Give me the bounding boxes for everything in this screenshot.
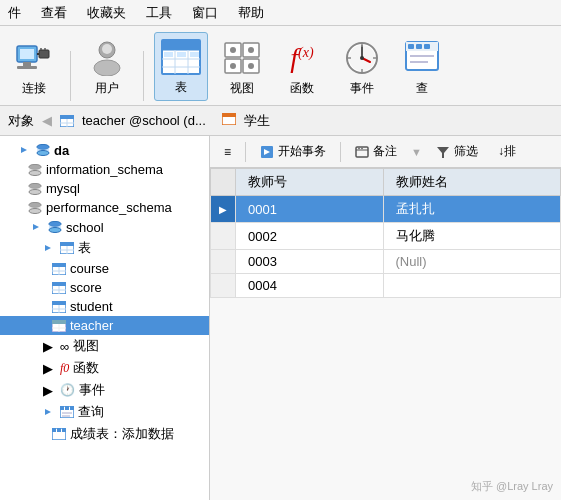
tables-expand-icon (40, 240, 56, 256)
backup-button[interactable]: 备注 (347, 140, 405, 163)
table-row[interactable]: ▶ 0001 孟扎扎 (211, 196, 561, 223)
cell-id-1[interactable]: 0001 (236, 196, 384, 223)
sidebar-item-mysql[interactable]: mysql (0, 179, 209, 198)
information-schema-label: information_schema (46, 162, 163, 177)
svg-point-71 (49, 228, 61, 233)
course-label: course (70, 261, 109, 276)
sidebar-item-information-schema[interactable]: information_schema (0, 160, 209, 179)
sidebar-item-score[interactable]: score (0, 278, 209, 297)
menu-window[interactable]: 窗口 (188, 2, 222, 24)
sidebar-item-views[interactable]: ▶ ∞ 视图 (0, 335, 209, 357)
queries-icon (60, 406, 74, 418)
menu-favorites[interactable]: 收藏夹 (83, 2, 130, 24)
menu-bar: 件 查看 收藏夹 工具 窗口 帮助 (0, 0, 561, 26)
sidebar-item-functions[interactable]: ▶ f0 函数 (0, 357, 209, 379)
filter-icon (436, 145, 450, 159)
svg-rect-50 (222, 113, 236, 117)
score-report-label: 成绩表：添加数据 (70, 425, 174, 443)
svg-rect-43 (416, 44, 422, 49)
performance-schema-icon (28, 201, 42, 215)
tab-student[interactable]: 学生 (244, 112, 270, 130)
svg-point-62 (29, 189, 41, 194)
queries-expand-icon (40, 404, 56, 420)
toolbar-user[interactable]: 用户 (81, 34, 133, 101)
watermark: 知乎 @Lray Lray (471, 479, 553, 494)
school-expand-icon (28, 219, 44, 235)
col-header-name: 教师姓名 (383, 169, 560, 196)
svg-rect-103 (57, 428, 61, 432)
sidebar-item-school[interactable]: school (0, 217, 209, 237)
backup-label: 备注 (373, 143, 397, 160)
sidebar-item-events[interactable]: ▶ 🕐 事件 (0, 379, 209, 401)
cell-name-4[interactable] (383, 274, 560, 298)
cell-id-2[interactable]: 0002 (236, 223, 384, 250)
data-table: 教师号 教师姓名 ▶ 0001 孟扎扎 0002 马化腾 (210, 168, 561, 500)
transaction-button[interactable]: 开始事务 (252, 140, 334, 163)
queries-label: 查询 (78, 403, 104, 421)
views-label: 视图 (73, 337, 99, 355)
svg-rect-97 (65, 406, 69, 410)
svg-point-109 (358, 147, 360, 149)
svg-point-66 (29, 208, 41, 213)
toolbar-view[interactable]: 视图 (216, 34, 268, 101)
toolbar-query[interactable]: 查 (396, 34, 448, 101)
student-label: student (70, 299, 113, 314)
svg-rect-1 (20, 49, 34, 59)
cell-name-3[interactable]: (Null) (383, 250, 560, 274)
tables-group-icon (60, 242, 74, 254)
events-label: 事件 (79, 381, 105, 399)
cell-name-1[interactable]: 孟扎扎 (383, 196, 560, 223)
menu-tools[interactable]: 工具 (142, 2, 176, 24)
school-db-icon (48, 220, 62, 234)
sidebar-item-student[interactable]: student (0, 297, 209, 316)
functions-expand-icon: ▶ (40, 360, 56, 376)
mysql-icon (28, 182, 42, 196)
cell-id-4[interactable]: 0004 (236, 274, 384, 298)
toolbar-event[interactable]: 事件 (336, 34, 388, 101)
da-expand-icon (16, 142, 32, 158)
svg-point-63 (29, 183, 41, 188)
menu-view[interactable]: 查看 (37, 2, 71, 24)
toolbar-function[interactable]: f(x) 函数 (276, 34, 328, 101)
toolbar-divider-ct1 (245, 142, 246, 162)
svg-point-9 (102, 44, 112, 54)
views-expand-icon: ▶ (40, 338, 56, 354)
object-arrow: ◀ (42, 113, 52, 128)
menu-file[interactable]: 件 (4, 2, 25, 24)
cell-id-3[interactable]: 0003 (236, 250, 384, 274)
cell-name-2[interactable]: 马化腾 (383, 223, 560, 250)
object-bar: 对象 ◀ teacher @school (d... 学生 (0, 106, 561, 136)
sidebar-item-da[interactable]: da (0, 140, 209, 160)
sidebar-item-performance-schema[interactable]: performance_schema (0, 198, 209, 217)
course-icon (52, 263, 66, 275)
null-text: (Null) (396, 254, 427, 269)
transaction-icon (260, 145, 274, 159)
svg-marker-68 (33, 224, 39, 230)
svg-marker-51 (21, 147, 27, 153)
object-label: 对象 (8, 112, 34, 130)
filter-button[interactable]: 筛选 (428, 140, 486, 163)
svg-point-54 (37, 151, 49, 156)
svg-rect-83 (52, 282, 66, 286)
sidebar-item-course[interactable]: course (0, 259, 209, 278)
tab-teacher[interactable]: teacher @school (d... (82, 113, 206, 128)
menu-button[interactable]: ≡ (216, 142, 239, 162)
svg-rect-3 (17, 66, 37, 69)
table-row[interactable]: 0004 (211, 274, 561, 298)
tab-student-icon (222, 113, 236, 128)
teacher-label: teacher (70, 318, 113, 333)
table-row[interactable]: 0003 (Null) (211, 250, 561, 274)
menu-help[interactable]: 帮助 (234, 2, 268, 24)
sidebar-item-teacher[interactable]: teacher (0, 316, 209, 335)
toolbar-connect[interactable]: 连接 (8, 34, 60, 101)
table-row[interactable]: 0002 马化腾 (211, 223, 561, 250)
sidebar: da information_schema mysql (0, 136, 210, 500)
sidebar-item-score-report[interactable]: 成绩表：添加数据 (0, 423, 209, 445)
sidebar-item-tables[interactable]: 表 (0, 237, 209, 259)
svg-rect-91 (52, 320, 66, 324)
sidebar-item-queries[interactable]: 查询 (0, 401, 209, 423)
score-label: score (70, 280, 102, 295)
connect-icon (14, 38, 54, 78)
toolbar-table[interactable]: 表 (154, 32, 208, 101)
sort-button[interactable]: ↓排 (490, 140, 524, 163)
